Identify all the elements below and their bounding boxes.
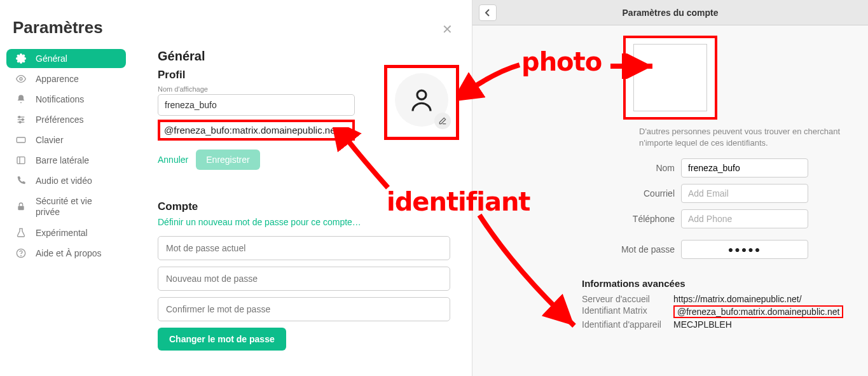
password-field[interactable]: ●●●●● [681,240,808,259]
cancel-button[interactable]: Annuler [158,155,188,165]
sidebar-item-preferences[interactable]: Préférences [6,110,126,129]
svg-rect-13 [18,205,24,210]
change-password-button[interactable]: Changer le mot de passe [158,328,286,351]
sidebar-item-notifications[interactable]: Notifications [6,90,126,109]
sidebar-item-keyboard[interactable]: Clavier [6,130,126,150]
name-input[interactable] [681,158,808,178]
mxid-row: Identifiant Matrix @freneza_bufo:matrix.… [582,305,853,318]
sliders-icon [15,115,27,125]
avatar-container [384,65,459,140]
arrow-photo-left [459,52,523,103]
phone-input[interactable] [681,209,808,228]
sidebar-item-label: Expérimental [36,228,88,238]
arrow-photo-right [608,53,659,79]
confirm-password-input[interactable] [158,297,450,321]
annotation-photo: photo [521,47,602,76]
keyboard-icon [15,135,27,145]
sidebar-item-label: Barre latérale [36,155,89,165]
sidebar: Général Apparence Notifications Préféren… [0,49,134,264]
gear-icon [15,53,27,64]
sidebar-item-label: Audio et vidéo [36,176,92,186]
sidebar-item-security[interactable]: Sécurité et vie privée [6,191,126,222]
svg-point-16 [21,255,22,256]
page-title: Paramètres [13,18,471,38]
display-name-input[interactable] [158,94,355,116]
sidebar-item-label: Apparence [36,74,79,84]
flask-icon [15,228,27,238]
svg-point-5 [18,116,20,118]
sidebar-item-labs[interactable]: Expérimental [6,223,126,242]
sidebar-item-appearance[interactable]: Apparence [6,69,126,88]
bell-icon [15,94,27,104]
sidebar-item-label: Notifications [36,94,84,104]
sidebar-item-general[interactable]: Général [6,49,126,68]
phone-icon [15,176,27,186]
svg-point-17 [417,90,426,99]
current-password-input[interactable] [158,236,450,260]
lock-icon [15,202,27,212]
device-id-label: Identifiant d'appareil [582,319,673,330]
mxid-value: @freneza_bufo:matrix.domainepublic.net [673,305,843,318]
homeserver-row: Serveur d'accueil https://matrix.domaine… [582,294,853,304]
sidebar-item-sidebar[interactable]: Barre latérale [6,151,126,170]
eye-icon [15,74,27,84]
general-heading: Général [158,49,450,64]
sidebar-item-label: Général [36,53,67,64]
save-button[interactable]: Enregistrer [196,150,259,170]
right-title: Paramètres du compte [472,8,868,18]
device-id-row: Identifiant d'appareil MECJPLBLEH [582,319,853,330]
avatar[interactable] [395,73,448,127]
sidebar-item-label: Préférences [36,115,83,125]
advanced-heading: Informations avancées [582,278,853,289]
new-password-input[interactable] [158,267,450,291]
sidebar-item-help[interactable]: Aide et À propos [6,244,126,263]
close-icon[interactable]: ✕ [442,22,453,37]
back-button[interactable] [479,4,497,21]
homeserver-value: https://matrix.domainepublic.net/ [673,294,802,304]
sidebar-item-label: Sécurité et vie privée [36,196,118,218]
sidebar-icon [15,155,27,165]
arrow-identifiant-left [318,127,394,191]
sidebar-item-label: Clavier [36,135,64,145]
account-subtext: Définir un nouveau mot de passe pour ce … [158,217,450,227]
sidebar-item-label: Aide et À propos [36,248,102,258]
right-header: Paramètres du compte [472,0,868,25]
edit-avatar-button[interactable] [434,113,451,129]
name-label: Nom [488,163,681,173]
svg-point-6 [22,119,24,121]
sidebar-item-audio-video[interactable]: Audio et vidéo [6,171,126,190]
svg-point-1 [20,78,22,80]
help-icon [15,248,27,258]
email-input[interactable] [681,184,808,203]
homeserver-label: Serveur d'accueil [582,294,673,304]
svg-point-7 [19,122,21,123]
svg-rect-11 [17,157,25,164]
svg-rect-8 [17,137,25,143]
arrow-identifiant-right [476,211,584,338]
device-id-value: MECJPLBLEH [673,319,732,330]
help-text: D'autres personnes peuvent vous trouver … [639,126,853,148]
mxid-label: Identifiant Matrix [582,305,673,318]
